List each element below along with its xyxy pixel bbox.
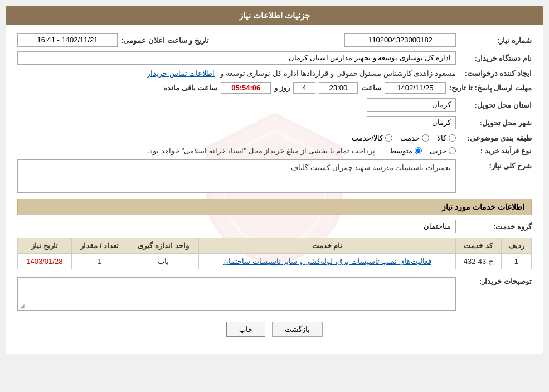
purchase-radio-group: جزیی متوسط (390, 147, 456, 155)
city-label: شهر محل تحویل: (459, 119, 532, 127)
category-kala-option: کالا (437, 134, 456, 142)
category-khedmat-option: خدمت (400, 134, 429, 142)
purchase-note: پرداخت تمام یا بخشی از مبلغ خریداز محل "… (148, 147, 375, 155)
page-title: جزئیات اطلاعات نیاز (6, 6, 543, 25)
province-value: کرمان (367, 98, 456, 112)
purchase-mottavasset-radio[interactable] (415, 147, 422, 154)
description-row: شرح کلی نیاز: تعمیرات تاسیسات مدرسه شهید… (17, 159, 532, 193)
col-name-header: نام خدمت (199, 238, 455, 254)
description-value: تعمیرات تاسیسات مدرسه شهید چمران کشیت گل… (17, 159, 456, 193)
cell-row: 1 (501, 254, 531, 269)
services-section-header: اطلاعات خدمات مورد نیاز (17, 199, 532, 215)
province-row: استان محل تحویل: کرمان (17, 98, 532, 112)
need-number-row: شماره نیاز: 1102004323000182 تاریخ و ساع… (17, 33, 532, 47)
cell-qty: 1 (71, 254, 128, 269)
service-group-label: گروه خدمت: (459, 222, 532, 231)
table-header-row: ردیف کد خدمت نام خدمت واحد اندازه گیری ت… (18, 238, 532, 254)
col-code-header: کد خدمت (455, 238, 501, 254)
category-kala-label: کالا (437, 134, 446, 142)
time-label: ساعت (361, 84, 381, 92)
remaining-label: ساعت باقی مانده (163, 84, 217, 92)
category-kala-khedmat-label: کالا/خدمت (352, 134, 383, 142)
category-kala-khedmat-radio[interactable] (385, 134, 392, 142)
deadline-time-value: 23:00 (319, 82, 358, 94)
col-date-header: تاریخ نیاز (18, 238, 72, 254)
announce-datetime-label: تاریخ و ساعت اعلان عمومی: (121, 36, 209, 45)
buyer-desc-value: ◢ (17, 277, 456, 311)
category-radio-group: کالا خدمت کالا/خدمت (352, 134, 456, 142)
province-label: استان محل تحویل: (459, 101, 532, 109)
creator-value: مسعود زاهدی کارشناس مسئول حقوقی و قراردا… (220, 69, 456, 78)
back-button[interactable]: بازگشت (272, 322, 323, 337)
category-label: طبقه بندی موضوعی: (459, 134, 532, 142)
cell-date: 1403/01/28 (18, 254, 72, 269)
city-value: کرمان (367, 116, 456, 129)
col-qty-header: تعداد / مقدار (71, 238, 128, 254)
city-row: شهر محل تحویل: کرمان (17, 116, 532, 129)
buyer-org-label: نام دستگاه خریدار: (459, 54, 532, 62)
purchase-type-label: نوع فرآیند خرید : (459, 147, 532, 155)
buyer-desc-row: توصیحات خریدار: ◢ (17, 275, 532, 311)
buyer-org-value: اداره کل توسازی توسعه و تجهیز مدارس استا… (17, 51, 456, 65)
cell-name[interactable]: فعالیت‌های نصب تاسیسات برق، لوله‌کشی و س… (199, 254, 455, 269)
deadline-date-value: 1402/11/25 (385, 82, 446, 94)
buyer-org-row: نام دستگاه خریدار: اداره کل توسازی توسعه… (17, 51, 532, 65)
purchase-mottavasset-option: متوسط (390, 147, 422, 155)
purchase-jozei-label: جزیی (430, 147, 446, 155)
remaining-time-value: 05:54:06 (221, 82, 271, 94)
cell-unit: باب (128, 254, 198, 269)
cell-code: ج-43-432 (455, 254, 501, 269)
description-label: شرح کلی نیاز: (459, 159, 532, 170)
services-table: ردیف کد خدمت نام خدمت واحد اندازه گیری ت… (17, 238, 532, 269)
creator-label: ایجاد کننده درخواست: (459, 69, 532, 78)
purchase-mottavasset-label: متوسط (390, 147, 412, 155)
need-number-label: شماره نیاز: (459, 36, 532, 45)
service-group-row: گروه خدمت: ساختمان (17, 220, 532, 233)
print-button[interactable]: چاپ (226, 322, 265, 337)
buyer-resize-handle: ◢ (20, 303, 25, 309)
deadline-row: مهلت ارسال پاسخ: تا تاریخ: 1402/11/25 سا… (17, 82, 532, 94)
announce-datetime-value: 1402/11/21 - 16:41 (17, 33, 118, 47)
buyer-desc-label: توصیحات خریدار: (459, 275, 532, 285)
purchase-jozei-radio[interactable] (449, 147, 456, 154)
creator-row: ایجاد کننده درخواست: مسعود زاهدی کارشناس… (17, 69, 532, 78)
category-row: طبقه بندی موضوعی: کالا خدمت کالا/خدمت (17, 134, 532, 142)
category-khedmat-label: خدمت (400, 134, 420, 142)
deadline-days-value: 4 (293, 82, 315, 94)
col-unit-header: واحد اندازه گیری (128, 238, 198, 254)
table-row: 1 ج-43-432 فعالیت‌های نصب تاسیسات برق، ل… (18, 254, 532, 269)
category-kala-radio[interactable] (449, 134, 456, 142)
days-label: روز و (274, 84, 290, 92)
category-kala-khedmat-option: کالا/خدمت (352, 134, 392, 142)
button-row: بازگشت چاپ (17, 322, 532, 345)
service-group-value: ساختمان (367, 220, 456, 233)
purchase-jozei-option: جزیی (430, 147, 456, 155)
col-row-header: ردیف (501, 238, 531, 254)
purchase-type-row: نوع فرآیند خرید : جزیی متوسط پرداخت تمام… (17, 147, 532, 155)
category-khedmat-radio[interactable] (422, 134, 429, 142)
creator-contact-link[interactable]: اطلاعات تماس خریدار (147, 69, 215, 78)
deadline-label: مهلت ارسال پاسخ: تا تاریخ: (449, 84, 532, 92)
need-number-value: 1102004323000182 (344, 33, 456, 47)
